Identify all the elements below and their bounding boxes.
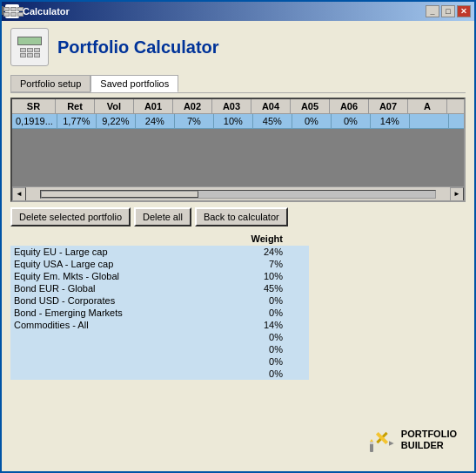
weight-row: Commodities - All14% <box>10 319 309 331</box>
weight-row-label: Commodities - All <box>10 319 239 331</box>
col-a06: A06 <box>330 99 369 113</box>
weight-row: Bond USD - Corporates0% <box>10 294 309 307</box>
weight-row-label: Equity USA - Large cap <box>10 258 239 270</box>
pb-text: PORTFOLIO BUILDER <box>401 429 457 451</box>
scrollbar-thumb[interactable] <box>41 191 198 198</box>
weight-table-section: Weight Equity EU - Large cap24%Equity US… <box>10 232 309 464</box>
titlebar: Calculator _ □ ✕ <box>2 2 474 21</box>
weight-row-label: Equity Em. Mkts - Global <box>10 270 239 282</box>
portfolio-builder-logo: PORTFOLIO BUILDER <box>309 422 457 457</box>
cell-a04: 45% <box>253 114 292 128</box>
table-row[interactable]: 0,1919... 1,77% 9,22% 24% 7% 10% 45% 0% … <box>12 114 464 129</box>
weight-row: 0% <box>10 343 309 355</box>
cell-a02: 7% <box>175 114 214 128</box>
svg-rect-0 <box>370 443 373 452</box>
col-a05: A05 <box>291 99 330 113</box>
weight-row: Bond - Emerging Markets0% <box>10 307 309 319</box>
svg-marker-5 <box>386 440 393 447</box>
col-sr: SR <box>12 99 56 113</box>
scroll-left-button[interactable]: ◄ <box>12 187 26 201</box>
window-controls: _ □ ✕ <box>426 5 471 17</box>
scrollbar-track <box>40 190 436 199</box>
svg-rect-1 <box>370 442 373 444</box>
col-a03: A03 <box>212 99 251 113</box>
col-a04: A04 <box>251 99 291 113</box>
tab-portfolio-setup[interactable]: Portfolio setup <box>10 75 91 92</box>
weight-row-label: Bond - Emerging Markets <box>10 307 239 319</box>
weight-row-value: 0% <box>239 294 309 307</box>
weight-row-value: 7% <box>239 258 309 270</box>
weight-row: 0% <box>10 368 309 380</box>
col-vol: Vol <box>95 99 134 113</box>
weight-row-label: Bond USD - Corporates <box>10 294 239 307</box>
bottom-section: Weight Equity EU - Large cap24%Equity US… <box>10 232 466 464</box>
weight-row-value: 0% <box>239 307 309 319</box>
calculator-icon <box>10 28 49 66</box>
scroll-right-button[interactable]: ► <box>450 187 464 201</box>
weight-row: 0% <box>10 355 309 368</box>
weight-row: Bond EUR - Global45% <box>10 282 309 294</box>
weight-row-value: 0% <box>239 331 309 343</box>
weight-row: 0% <box>10 331 309 343</box>
weight-row: Equity Em. Mkts - Global10% <box>10 270 309 282</box>
col-a02: A02 <box>173 99 212 113</box>
weight-row-value: 0% <box>239 368 309 380</box>
cell-a07: 14% <box>371 114 410 128</box>
action-buttons: Delete selected portfolio Delete all Bac… <box>10 207 466 226</box>
main-window: Calculator _ □ ✕ Portfolio Calculator <box>0 0 476 473</box>
close-button[interactable]: ✕ <box>457 5 471 17</box>
cell-a01: 24% <box>136 114 175 128</box>
minimize-button[interactable]: _ <box>426 5 439 17</box>
weight-row-label: Equity EU - Large cap <box>10 246 239 258</box>
pb-line2: BUILDER <box>401 440 444 450</box>
tab-bar: Portfolio setup Saved portfolios <box>10 75 466 93</box>
portfolio-table-container: SR Ret Vol A01 A02 A03 A04 A05 A06 A07 A… <box>10 98 466 202</box>
weight-row-value: 45% <box>239 282 309 294</box>
cell-ret: 1,77% <box>57 114 97 128</box>
table-body[interactable]: 0,1919... 1,77% 9,22% 24% 7% 10% 45% 0% … <box>12 114 464 186</box>
delete-selected-button[interactable]: Delete selected portfolio <box>10 207 131 226</box>
weight-row-label <box>10 368 239 380</box>
weight-row-label <box>10 355 239 368</box>
col-ret: Ret <box>56 99 95 113</box>
weight-row: Equity USA - Large cap7% <box>10 258 309 270</box>
cell-a06: 0% <box>332 114 371 128</box>
weight-row-label: Bond EUR - Global <box>10 282 239 294</box>
portfolio-builder-section: PORTFOLIO BUILDER <box>309 232 466 464</box>
app-icon <box>5 4 19 18</box>
cell-a05: 0% <box>292 114 332 128</box>
col-a07: A07 <box>369 99 408 113</box>
weight-row-value: 0% <box>239 343 309 355</box>
maximize-button[interactable]: □ <box>441 5 455 17</box>
app-header: Portfolio Calculator <box>10 28 466 66</box>
cell-sr: 0,1919... <box>12 114 57 128</box>
svg-marker-2 <box>370 439 373 442</box>
weight-row-value: 10% <box>239 270 309 282</box>
weight-row: Equity EU - Large cap24% <box>10 246 309 258</box>
app-title: Portfolio Calculator <box>57 37 219 57</box>
back-to-calculator-button[interactable]: Back to calculator <box>195 207 288 226</box>
col-a08: A <box>408 99 447 113</box>
horizontal-scrollbar[interactable]: ◄ ► <box>12 186 464 200</box>
col-a01: A01 <box>134 99 173 113</box>
weight-row-label <box>10 343 239 355</box>
weight-row-value: 0% <box>239 355 309 368</box>
weight-row-label <box>10 331 239 343</box>
delete-all-button[interactable]: Delete all <box>134 207 191 226</box>
table-header-row: SR Ret Vol A01 A02 A03 A04 A05 A06 A07 A <box>12 99 464 114</box>
cell-a03: 10% <box>214 114 253 128</box>
weight-label-header <box>10 232 239 246</box>
pb-line1: PORTFOLIO <box>401 429 457 439</box>
weight-value-header: Weight <box>239 232 309 246</box>
cell-a08 <box>410 114 449 128</box>
window-title: Calculator <box>23 6 426 17</box>
tab-saved-portfolios[interactable]: Saved portfolios <box>91 75 178 92</box>
pb-icon <box>368 426 396 454</box>
weight-row-value: 24% <box>239 246 309 258</box>
weight-table: Weight Equity EU - Large cap24%Equity US… <box>10 232 309 380</box>
pb-logo-container: PORTFOLIO BUILDER <box>368 426 457 454</box>
weight-row-value: 14% <box>239 319 309 331</box>
content-area: Portfolio Calculator Portfolio setup Sav… <box>2 21 474 471</box>
cell-vol: 9,22% <box>97 114 136 128</box>
